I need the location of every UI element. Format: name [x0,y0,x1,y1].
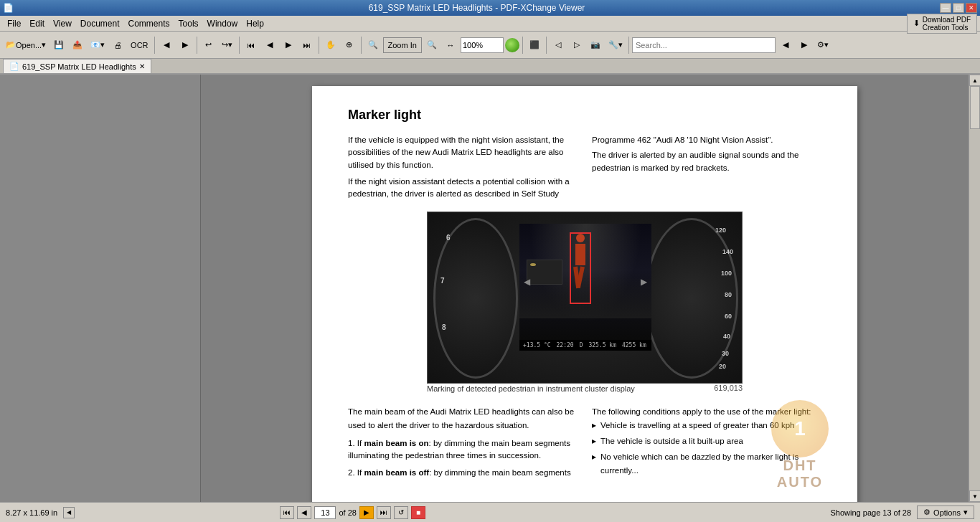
arrow-down-icon: ⬇ [913,19,920,28]
menu-window[interactable]: Window [203,17,242,30]
col-right-text: Programme 462 "Audi A8 '10 Night Vision … [592,134,821,200]
tab-pdf[interactable]: 📄 619_SSP Matrix LED Headlights ✕ [3,59,151,73]
scroll-down-button[interactable]: ▼ [969,490,980,502]
status-bar: 8.27 x 11.69 in ◀ ⏮ ◀ of 28 ▶ ⏭ ↺ ■ Show… [0,502,980,522]
scroll-thumb[interactable] [970,86,980,129]
zoom-level-input[interactable]: 100% [461,37,504,53]
redo-dropdown: ▾ [228,40,232,49]
last-page-btn[interactable]: ⏭ [298,35,316,55]
search-next-btn[interactable]: ▶ [796,35,813,55]
search-prev-btn[interactable]: ◀ [777,35,794,55]
content-columns: If the vehicle is equipped with the nigh… [348,134,821,200]
email-dropdown: ▾ [100,40,105,49]
item-text-1: If main beam is on: by dimming the main … [348,439,570,460]
open-button[interactable]: 📂 Open... ▾ [3,35,49,55]
snapshot-icon: 📷 [590,40,600,49]
forward-icon: ▶ [182,40,188,49]
title-bar-icon: 📄 [3,3,14,13]
stop-button[interactable]: ■ [411,506,425,519]
folder-icon: 📂 [6,40,16,49]
download-pdf-button[interactable]: ⬇ Download PDFCreation Tools [907,14,977,34]
zoom-confirm-button[interactable] [505,38,519,52]
menu-edit[interactable]: Edit [25,17,49,30]
minimize-button[interactable]: — [940,3,951,13]
save-button[interactable]: 💾 [50,35,67,55]
pdf-area[interactable]: Marker light If the vehicle is equipped … [201,75,969,502]
scroll-track[interactable] [969,86,980,490]
right-para-2: The driver is alerted by an audible sign… [592,149,821,174]
scroll-left-button[interactable]: ◀ [63,507,75,518]
undo-button[interactable]: ↩ [200,35,217,55]
tab-label: 619_SSP Matrix LED Headlights [22,62,136,71]
page-heading: Marker light [348,108,821,123]
main-area: Marker light If the vehicle is equipped … [0,75,980,502]
menu-view[interactable]: View [49,17,76,30]
menu-tools[interactable]: Tools [174,17,203,30]
print-icon: 🖨 [114,41,122,49]
zoom-width-btn[interactable]: ↔ [442,35,459,55]
last-page-nav-button[interactable]: ⏭ [377,506,391,519]
prev-view-btn[interactable]: ◁ [550,35,567,55]
menu-document[interactable]: Document [76,17,124,30]
search-input[interactable] [632,37,776,53]
toolbar-sep-6 [522,37,523,54]
zoom-fit-btn[interactable]: ⬛ [526,35,543,55]
toolbar-sep-7 [546,37,547,54]
print-button[interactable]: 🖨 [109,35,126,55]
zoom-out-btn[interactable]: 🔍 [423,35,440,55]
item-text-2: If main beam is off: by dimming the main… [357,468,571,477]
status-right: Showing page 13 of 28 [831,508,912,517]
numbered-item-1: 1. If main beam is on: by dimming the ma… [348,437,578,462]
watermark-number: 1 [794,417,806,440]
night-vision-image: 6 7 8 120 140 100 80 60 40 30 20 [427,212,743,384]
back-icon: ◀ [164,40,169,49]
menu-file[interactable]: File [3,17,25,30]
save-as-button[interactable]: 📤 [69,35,86,55]
menu-help[interactable]: Help [242,17,268,30]
next-page-btn[interactable]: ▶ [280,35,297,55]
play-button[interactable]: ▶ [359,506,374,519]
hand-icon: ✋ [326,40,336,49]
status-message: Showing page 13 of 28 [831,508,912,517]
close-button[interactable]: ✕ [966,3,977,13]
search-btn[interactable]: 🔍 [364,35,382,55]
display-dist1: 325.5 km [588,342,616,348]
select-tool-btn[interactable]: ⊕ [341,35,358,55]
lower-left-para: The main beam of the Audi Matrix LED hea… [348,405,578,432]
image-caption: Marking of detected pedestrian in instru… [427,384,635,393]
save-icon: 💾 [54,40,64,49]
next-view-btn[interactable]: ▷ [568,35,585,55]
search-options-btn[interactable]: ⚙▾ [814,35,831,55]
image-caption-wrapper: Marking of detected pedestrian in instru… [427,384,743,394]
maximize-button[interactable]: □ [953,3,964,13]
scroll-up-button[interactable]: ▲ [969,75,980,86]
undo-icon: ↩ [205,40,212,49]
tools-btn[interactable]: 🔧▾ [606,35,626,55]
snapshots-btn[interactable]: 📷 [587,35,604,55]
prev-page-btn[interactable]: ◀ [261,35,278,55]
ocr-label: OCR [131,41,148,49]
forward-button[interactable]: ▶ [176,35,194,55]
hand-tool-btn[interactable]: ✋ [322,35,339,55]
redo-button[interactable]: ↪▾ [219,35,236,55]
pdf-page: Marker light If the vehicle is equipped … [312,86,857,502]
email-button[interactable]: 📧▾ [88,35,108,55]
first-page-nav-button[interactable]: ⏮ [280,506,294,519]
tab-close-button[interactable]: ✕ [139,62,145,70]
back-button[interactable]: ◀ [158,35,175,55]
ocr-button[interactable]: OCR [128,35,151,55]
title-bar-controls: — □ ✕ [940,3,977,13]
search-icon: 🔍 [368,40,378,49]
menu-bar: File Edit View Document Comments Tools W… [0,16,980,32]
display-time: 22:20 [557,342,574,348]
zoom-in-button[interactable]: Zoom In [383,37,422,53]
prev-page-nav-button[interactable]: ◀ [297,506,311,519]
options-icon: ⚙ [923,508,930,517]
refresh-button[interactable]: ↺ [394,506,408,519]
numbered-item-2: 2. If main beam is off: by dimming the m… [348,467,578,479]
col-left-text: If the vehicle is equipped with the nigh… [348,134,578,200]
page-number-input[interactable] [314,506,336,519]
first-page-btn[interactable]: ⏮ [242,35,260,55]
menu-comments[interactable]: Comments [124,17,174,30]
options-button[interactable]: ⚙ Options ▾ [917,506,974,519]
